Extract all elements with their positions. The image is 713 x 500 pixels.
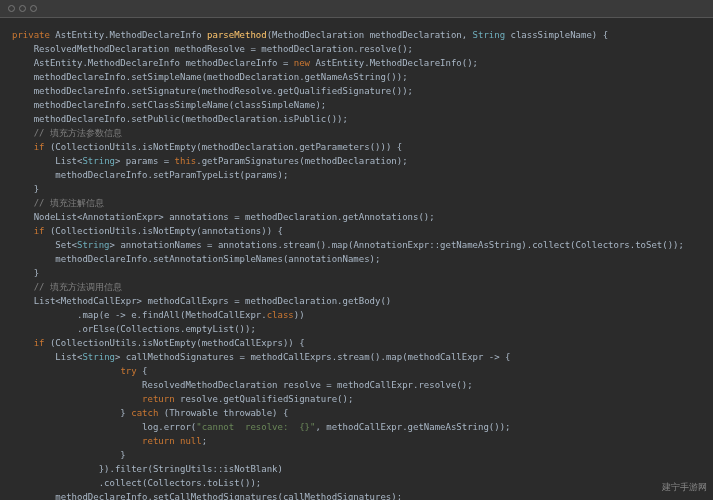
keyword-return: return <box>142 394 175 404</box>
keyword-catch: catch <box>131 408 158 418</box>
window-minimize-dot[interactable] <box>19 5 26 12</box>
keyword-if: if <box>34 142 45 152</box>
code-line: methodDeclareInfo.setParamTypeList(param… <box>12 170 288 180</box>
window-titlebar <box>0 0 713 18</box>
keyword-return: return <box>142 436 175 446</box>
code-line: ResolvedMethodDeclaration methodResolve … <box>12 44 413 54</box>
code-line: }).filter(StringUtils::isNotBlank) <box>12 464 283 474</box>
code-line: } <box>12 268 39 278</box>
keyword-class: class <box>267 310 294 320</box>
code-line: ResolvedMethodDeclaration resolve = meth… <box>12 380 473 390</box>
keyword-if: if <box>34 338 45 348</box>
type-string: String <box>82 156 115 166</box>
code-line: methodDeclareInfo.setClassSimpleName(cla… <box>12 100 326 110</box>
code-line: methodDeclareInfo.setSignature(methodRes… <box>12 86 413 96</box>
code-line: methodDeclareInfo.setSimpleName(methodDe… <box>12 72 408 82</box>
comment-line: // 填充注解信息 <box>12 198 104 208</box>
type-string: String <box>473 30 506 40</box>
comment-line: // 填充方法参数信息 <box>12 128 122 138</box>
code-line: methodDeclareInfo.setAnnotationSimpleNam… <box>12 254 380 264</box>
code-line: methodDeclareInfo.setPublic(methodDeclar… <box>12 114 348 124</box>
keyword-this: this <box>175 156 197 166</box>
keyword-private: private <box>12 30 50 40</box>
keyword-try: try <box>120 366 136 376</box>
keyword-if: if <box>34 226 45 236</box>
string-literal: "cannot resolve: {}" <box>196 422 315 432</box>
keyword-null: null <box>180 436 202 446</box>
watermark-text: 建宁手游网 <box>662 481 707 494</box>
code-line: NodeList<AnnotationExpr> annotations = m… <box>12 212 435 222</box>
window-maximize-dot[interactable] <box>30 5 37 12</box>
code-line: methodDeclareInfo.setCallMethodSignature… <box>12 492 402 500</box>
comment-line: // 填充方法调用信息 <box>12 282 122 292</box>
method-name: parseMethod <box>207 30 267 40</box>
code-line: .collect(Collectors.toList()); <box>12 478 261 488</box>
code-editor-viewport[interactable]: private AstEntity.MethodDeclareInfo pars… <box>0 18 713 500</box>
window-close-dot[interactable] <box>8 5 15 12</box>
code-line: .orElse(Collections.emptyList()); <box>12 324 256 334</box>
type-string: String <box>77 240 110 250</box>
code-line: List<MethodCallExpr> methodCallExprs = m… <box>12 296 391 306</box>
code-line: } <box>12 184 39 194</box>
type-string: String <box>82 352 115 362</box>
code-line: } <box>12 450 126 460</box>
keyword-new: new <box>294 58 310 68</box>
